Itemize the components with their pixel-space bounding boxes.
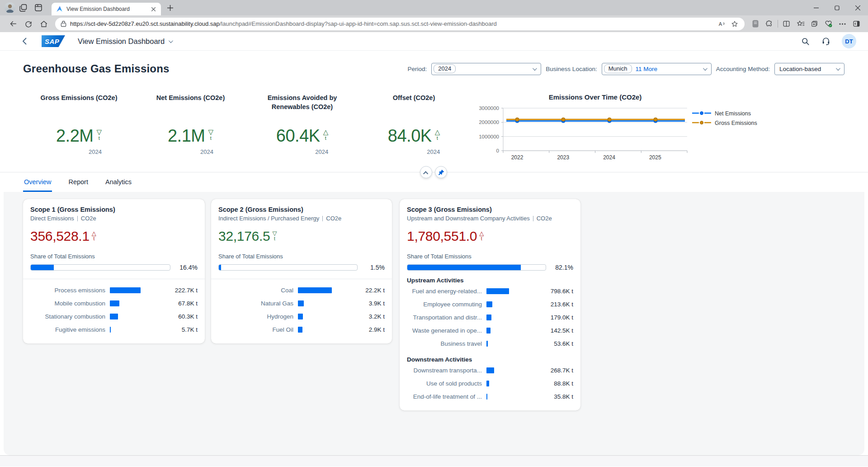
tab-report[interactable]: Report [67, 178, 89, 192]
bar-row: Natural Gas3.9K t [218, 297, 385, 310]
window-close-button[interactable] [847, 0, 868, 15]
bar-value: 67.8K t [153, 300, 198, 307]
more-locations-link[interactable]: 11 More [636, 66, 658, 72]
scope-1-card: Scope 1 (Gross Emissions)Direct Emission… [23, 199, 205, 343]
bar-label: Stationary combustion [30, 313, 110, 320]
search-icon[interactable] [800, 36, 810, 46]
browser-tab[interactable]: View Emission Dashboard [52, 3, 161, 15]
chevron-down-icon [533, 66, 537, 71]
bar-value: 222.7K t [153, 287, 198, 294]
kpi-value: 2.1M [168, 127, 205, 144]
bar-label: Mobile combustion [30, 300, 110, 307]
tab-overview[interactable]: Overview [23, 178, 52, 192]
kpi-title: Offset (CO2e) [369, 94, 459, 112]
chart-title: Emissions Over Time (CO2e) [549, 93, 642, 101]
sidebar-toggle-icon[interactable] [849, 17, 863, 31]
bar [486, 301, 492, 307]
period-filter-combobox[interactable]: 2024 [431, 63, 541, 75]
bar-row: Downstream transporta...268.7K t [407, 364, 573, 377]
extensions-icon[interactable] [762, 17, 776, 31]
period-filter-label: Period: [408, 66, 427, 72]
card-title: Scope 3 (Gross Emissions) [407, 206, 573, 213]
kpi-unit: t [325, 136, 326, 141]
bar-value: 268.7K t [530, 367, 573, 374]
bar-value: 88.8K t [530, 380, 573, 387]
vertical-tabs-icon[interactable] [31, 0, 46, 15]
bar [110, 314, 118, 319]
url-text[interactable]: https://sct-dev-5d2z08z7.eu20.sct.sustai… [70, 20, 716, 27]
tab-analytics[interactable]: Analytics [104, 178, 132, 192]
bar-label: Process emissions [30, 287, 110, 294]
favorites-icon[interactable] [793, 17, 807, 31]
bar-label: Fuel Oil [218, 326, 298, 333]
kpi-trend-indicator: ▽t [96, 129, 102, 141]
content-tabs: OverviewReportAnalytics [0, 172, 868, 192]
accounting-method-select[interactable]: Location-based [774, 63, 844, 75]
browser-essentials-icon[interactable] [821, 17, 835, 31]
card-subtitle: Upstream and Downstream Company Activiti… [407, 215, 573, 222]
support-headset-icon[interactable] [821, 36, 831, 46]
business-location-filter-combobox[interactable]: Munich 11 More [602, 63, 712, 75]
read-aloud-icon[interactable]: A [716, 19, 728, 29]
workspaces-icon[interactable] [15, 0, 31, 15]
card-subtitle-text: Upstream and Downstream Company Activiti… [407, 215, 530, 222]
split-screen-icon[interactable] [779, 17, 793, 31]
filter-bar: Period: 2024 Business Location: Munich 1… [408, 63, 844, 75]
bar-label: Fugitive emissions [30, 326, 110, 333]
sap-logo[interactable]: SAP [42, 35, 65, 47]
accounting-method-value: Location-based [777, 66, 830, 72]
new-tab-button[interactable] [164, 1, 176, 14]
bookmark-star-icon[interactable] [728, 19, 741, 29]
collapse-header-button[interactable] [420, 166, 432, 178]
kpi-value-block: 2.2M▽t2024 [56, 127, 102, 155]
kpi-value: 60.4K [276, 127, 320, 144]
url-path: /launchpad#EmissionDashboard-display?sap… [220, 20, 497, 27]
bar-row: Mobile combustion67.8K t [30, 297, 198, 310]
toolbar-separator [778, 20, 778, 28]
bar-row: Use of sold products88.8K t [407, 377, 573, 390]
bar [298, 300, 304, 306]
back-icon[interactable] [5, 17, 21, 31]
bar-label: Transportation and distr... [407, 314, 486, 321]
chevron-down-icon [169, 38, 173, 43]
section-header: Upstream Activities [407, 277, 573, 284]
extension-pinned-icon[interactable] [748, 17, 762, 31]
chevron-down-icon [836, 66, 840, 71]
bar-value: 22.2K t [341, 287, 385, 294]
shell-back-button[interactable] [19, 36, 30, 47]
period-token[interactable]: 2024 [434, 64, 456, 73]
home-icon[interactable] [36, 17, 52, 31]
kpi-year: 2024 [168, 148, 213, 155]
collections-icon[interactable] [807, 17, 821, 31]
bar-track [110, 327, 153, 333]
kpi-title: Net Emissions (CO2e) [146, 94, 236, 112]
bar-track [298, 287, 341, 293]
more-options-icon[interactable] [835, 17, 849, 31]
sap-shell-header: SAP View Emission Dashboard DT [0, 32, 868, 51]
refresh-icon[interactable] [21, 17, 36, 31]
bar-row: Hydrogen3.2K t [218, 310, 385, 323]
trend-down-icon: ▽ [272, 230, 277, 236]
chevron-up-icon [423, 171, 428, 176]
business-location-token[interactable]: Munich [604, 64, 632, 73]
app-title-menu[interactable]: View Emission Dashboard [78, 37, 172, 46]
browser-profile-avatar[interactable] [5, 2, 15, 13]
user-avatar[interactable]: DT [842, 34, 856, 48]
pin-header-button[interactable] [435, 166, 447, 178]
kpi-value-block: 84.0K△t2024 [388, 127, 440, 155]
section-header: Downstream Activities [407, 356, 573, 363]
bar-track [486, 341, 530, 347]
card-subtitle: Direct EmissionsCO2e [30, 215, 198, 222]
maximize-button[interactable] [826, 0, 847, 15]
card-divider [23, 279, 205, 279]
bar [486, 381, 489, 386]
url-bar[interactable]: https://sct-dev-5d2z08z7.eu20.sct.sustai… [55, 18, 745, 30]
y-axis-tick-label: 2000000 [479, 119, 499, 125]
minimize-button[interactable] [806, 0, 826, 15]
trend-up-icon: △ [323, 129, 329, 135]
kpi-year: 2024 [276, 148, 328, 155]
page-title: Greenhouse Gas Emissions [23, 62, 170, 75]
share-progress-row: 16.4% [30, 264, 198, 271]
bar-track [486, 367, 530, 373]
tab-close-icon[interactable] [149, 5, 157, 13]
